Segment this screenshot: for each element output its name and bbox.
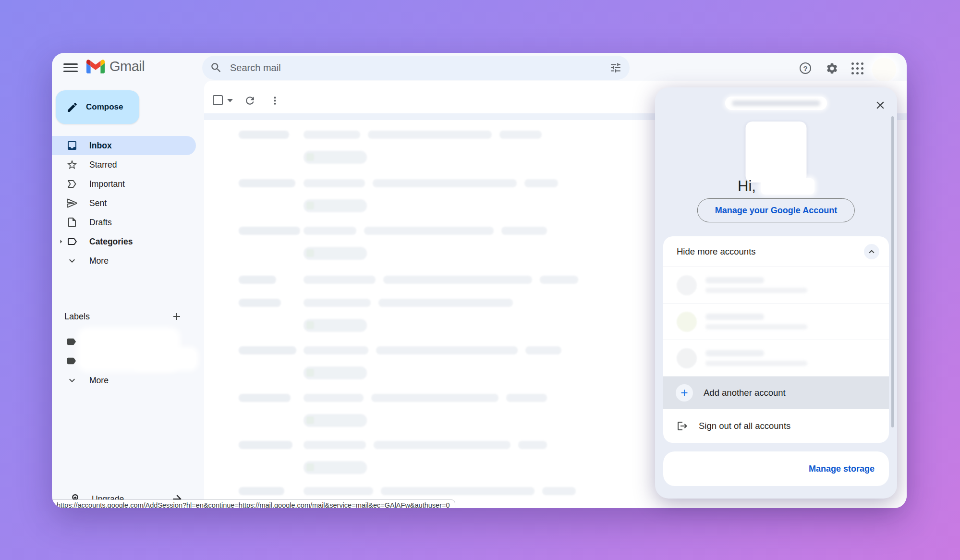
sign-out-icon	[677, 420, 688, 432]
sidebar-item-sent[interactable]: Sent	[52, 194, 196, 213]
sign-out-all-accounts-button[interactable]: Sign out of all accounts	[663, 409, 889, 443]
sign-out-label: Sign out of all accounts	[699, 421, 790, 431]
redacted-account-info	[705, 277, 807, 293]
sidebar-item-label: Important	[89, 179, 125, 189]
account-menu-popup: Hi, Manage your Google Account Hide more…	[655, 87, 897, 499]
sidebar-item-drafts[interactable]: Drafts	[52, 213, 196, 232]
pencil-icon	[66, 101, 78, 113]
label-tag-icon[interactable]	[66, 336, 77, 347]
header-actions: ?	[52, 56, 907, 80]
account-list-item[interactable]	[663, 304, 889, 340]
sidebar: Compose Inbox Starred Important Sent Dra…	[52, 83, 204, 508]
greeting: Hi,	[655, 178, 897, 195]
status-url-text: https://accounts.google.com/AddSession?h…	[57, 501, 450, 508]
star-icon	[66, 159, 78, 170]
sidebar-item-label: Categories	[89, 237, 133, 247]
sidebar-item-label: Drafts	[89, 218, 112, 228]
sidebar-item-label: Inbox	[89, 141, 112, 151]
hide-more-accounts-label: Hide more accounts	[677, 246, 864, 257]
manage-google-account-label: Manage your Google Account	[715, 206, 837, 216]
add-another-account-label: Add another account	[704, 388, 786, 398]
redacted-account-name	[761, 178, 814, 195]
manage-storage-card[interactable]: Manage storage	[663, 451, 889, 486]
account-avatar	[677, 312, 697, 332]
manage-google-account-button[interactable]: Manage your Google Account	[697, 198, 855, 222]
sidebar-item-important[interactable]: Important	[52, 174, 196, 194]
account-list-item[interactable]	[663, 340, 889, 377]
redacted-label-names	[134, 349, 196, 368]
google-apps-grid-icon[interactable]	[847, 58, 868, 79]
gmail-header: Gmail Search mail ?	[52, 53, 907, 83]
add-label-plus-icon[interactable]	[171, 311, 182, 322]
labels-more-label: More	[89, 376, 109, 386]
account-avatar	[677, 275, 697, 295]
manage-storage-label: Manage storage	[809, 464, 875, 474]
account-avatar-large[interactable]	[746, 122, 807, 183]
chevron-up-icon[interactable]	[864, 244, 879, 259]
close-icon[interactable]	[873, 98, 887, 112]
popup-scrollbar[interactable]	[891, 116, 894, 427]
sidebar-labels-more[interactable]: More	[52, 371, 196, 390]
profile-avatar[interactable]	[872, 58, 896, 82]
label-tag-icon[interactable]	[66, 355, 77, 366]
sidebar-item-label: More	[89, 256, 109, 266]
inbox-icon	[66, 140, 78, 151]
compose-button[interactable]: Compose	[56, 90, 139, 124]
chevron-down-icon	[66, 255, 78, 267]
accounts-card: Hide more accounts Add another account S…	[663, 236, 889, 443]
greeting-text: Hi,	[738, 178, 756, 195]
compose-label: Compose	[86, 102, 123, 112]
sidebar-item-starred[interactable]: Starred	[52, 155, 196, 174]
sidebar-item-more[interactable]: More	[52, 251, 196, 270]
sidebar-item-inbox[interactable]: Inbox	[52, 136, 196, 155]
help-icon[interactable]: ?	[795, 58, 816, 79]
labels-title: Labels	[64, 312, 171, 322]
blurred-accounts	[663, 267, 889, 377]
status-bar-url: https://accounts.google.com/AddSession?h…	[52, 499, 455, 508]
account-avatar	[677, 348, 697, 368]
labels-header: Labels	[52, 308, 196, 325]
plus-icon	[676, 384, 693, 402]
redacted-account-info	[705, 314, 807, 329]
categories-label-icon	[66, 236, 78, 247]
account-list-item[interactable]	[663, 267, 889, 304]
sidebar-item-label: Sent	[89, 198, 107, 208]
expand-arrow-icon[interactable]	[57, 237, 65, 246]
draft-icon	[66, 217, 78, 228]
settings-gear-icon[interactable]	[821, 58, 842, 79]
sidebar-item-label: Starred	[89, 160, 117, 170]
add-another-account-button[interactable]: Add another account	[663, 377, 889, 409]
redacted-account-info	[705, 350, 807, 366]
redacted-account-email	[725, 97, 827, 110]
hide-more-accounts-toggle[interactable]: Hide more accounts	[663, 236, 889, 267]
sidebar-nav: Inbox Starred Important Sent Drafts	[52, 136, 204, 270]
sidebar-item-categories[interactable]: Categories	[52, 232, 196, 251]
chevron-down-icon	[66, 375, 78, 386]
important-icon	[66, 178, 78, 190]
sent-icon	[66, 197, 78, 209]
